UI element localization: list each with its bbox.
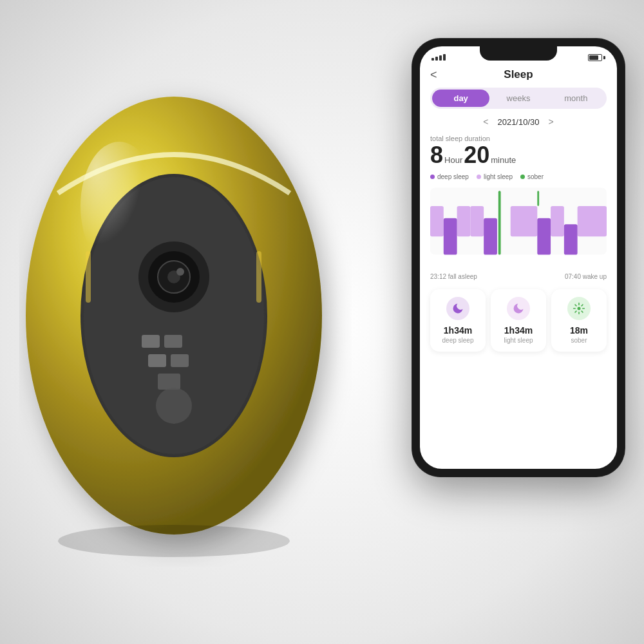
svg-rect-28 bbox=[564, 224, 578, 254]
svg-line-38 bbox=[582, 305, 583, 306]
stat-label-sober: sober bbox=[556, 337, 601, 344]
date-navigation: < 2021/10/30 > bbox=[430, 117, 607, 127]
signal-icon bbox=[431, 54, 446, 61]
svg-rect-11 bbox=[171, 354, 189, 367]
svg-point-17 bbox=[58, 525, 290, 557]
svg-rect-19 bbox=[430, 206, 444, 236]
stat-value-deep: 1h34m bbox=[435, 325, 480, 336]
page-title: Sleep bbox=[504, 68, 533, 81]
svg-rect-27 bbox=[537, 218, 551, 255]
app-content: < Sleep day weeks month < 2021/10/30 > bbox=[420, 64, 617, 352]
legend-dot-sober bbox=[520, 175, 525, 179]
svg-rect-14 bbox=[86, 251, 91, 303]
sleep-minutes: 20 bbox=[464, 144, 489, 167]
svg-rect-21 bbox=[470, 206, 484, 236]
svg-rect-25 bbox=[444, 218, 457, 255]
sleep-chart bbox=[430, 185, 607, 269]
sleep-hours: 8 bbox=[430, 144, 443, 167]
date-next-button[interactable]: > bbox=[549, 117, 554, 127]
tab-bar: day weeks month bbox=[430, 88, 607, 109]
back-button[interactable]: < bbox=[430, 68, 437, 82]
stat-card-light: 1h34m light sleep bbox=[491, 289, 546, 352]
signal-bar-2 bbox=[435, 57, 438, 61]
svg-rect-8 bbox=[142, 335, 160, 348]
chart-times: 23:12 fall asleep 07:40 wake up bbox=[430, 273, 607, 280]
fall-asleep-time: 23:12 fall asleep bbox=[430, 273, 477, 280]
svg-rect-30 bbox=[537, 191, 539, 206]
tab-month[interactable]: month bbox=[547, 90, 605, 107]
legend-label-sober: sober bbox=[527, 173, 544, 180]
svg-point-31 bbox=[578, 307, 581, 310]
svg-rect-24 bbox=[578, 206, 607, 236]
svg-rect-12 bbox=[158, 374, 180, 390]
signal-bar-1 bbox=[431, 58, 434, 61]
battery-body bbox=[588, 54, 602, 61]
svg-rect-10 bbox=[148, 354, 166, 367]
stat-card-deep: 1h34m deep sleep bbox=[430, 289, 486, 352]
battery-icon bbox=[588, 54, 605, 61]
svg-line-39 bbox=[575, 311, 576, 312]
date-display: 2021/10/30 bbox=[497, 117, 539, 127]
stat-label-light: light sleep bbox=[496, 337, 541, 344]
stat-icon-light bbox=[507, 297, 530, 320]
svg-rect-29 bbox=[498, 191, 501, 254]
svg-rect-26 bbox=[484, 218, 497, 255]
svg-point-13 bbox=[156, 388, 192, 424]
battery-fill bbox=[589, 55, 598, 60]
stats-row: 1h34m deep sleep 1h34m light sleep bbox=[430, 289, 607, 352]
stat-label-deep: deep sleep bbox=[435, 337, 480, 344]
stat-icon-deep bbox=[446, 297, 469, 320]
legend-label-light: light sleep bbox=[484, 173, 513, 180]
svg-point-7 bbox=[176, 268, 184, 276]
legend-dot-deep bbox=[430, 175, 435, 179]
sleep-time-display: 8 Hour 20 minute bbox=[430, 144, 607, 167]
legend-light: light sleep bbox=[477, 173, 513, 180]
stat-value-sober: 18m bbox=[556, 325, 601, 336]
svg-rect-23 bbox=[551, 206, 564, 236]
signal-bar-3 bbox=[439, 55, 442, 61]
phone-outer: 15:30 < Sleep bbox=[412, 39, 625, 477]
sleep-minute-unit: minute bbox=[491, 155, 516, 165]
svg-rect-20 bbox=[457, 206, 471, 236]
date-prev-button[interactable]: < bbox=[483, 117, 488, 127]
sleep-duration-section: total sleep duration 8 Hour 20 minute bbox=[430, 135, 607, 167]
chart-legend: deep sleep light sleep sober bbox=[430, 173, 607, 180]
stat-value-light: 1h34m bbox=[496, 325, 541, 336]
tab-weeks[interactable]: weeks bbox=[489, 90, 547, 107]
phone: 15:30 < Sleep bbox=[412, 39, 625, 477]
phone-screen: 15:30 < Sleep bbox=[420, 46, 617, 469]
svg-rect-9 bbox=[164, 335, 182, 348]
ring-image bbox=[19, 64, 354, 567]
legend-label-deep: deep sleep bbox=[437, 173, 469, 180]
svg-rect-22 bbox=[511, 206, 538, 236]
app-header: < Sleep bbox=[430, 64, 607, 88]
phone-notch bbox=[480, 46, 557, 61]
svg-line-37 bbox=[582, 311, 583, 312]
tab-day[interactable]: day bbox=[432, 90, 489, 107]
stat-card-sober: 18m sober bbox=[551, 289, 607, 352]
signal-bar-4 bbox=[443, 54, 446, 61]
legend-dot-light bbox=[477, 175, 481, 179]
legend-deep: deep sleep bbox=[430, 173, 469, 180]
sleep-hour-unit: Hour bbox=[444, 155, 462, 165]
svg-rect-15 bbox=[256, 251, 261, 303]
scene: 15:30 < Sleep bbox=[0, 0, 644, 644]
svg-line-36 bbox=[575, 305, 576, 306]
legend-sober: sober bbox=[520, 173, 544, 180]
sleep-duration-label: total sleep duration bbox=[430, 135, 607, 142]
stat-icon-sober bbox=[567, 297, 591, 320]
battery-tip bbox=[603, 56, 605, 59]
wake-up-time: 07:40 wake up bbox=[565, 273, 607, 280]
